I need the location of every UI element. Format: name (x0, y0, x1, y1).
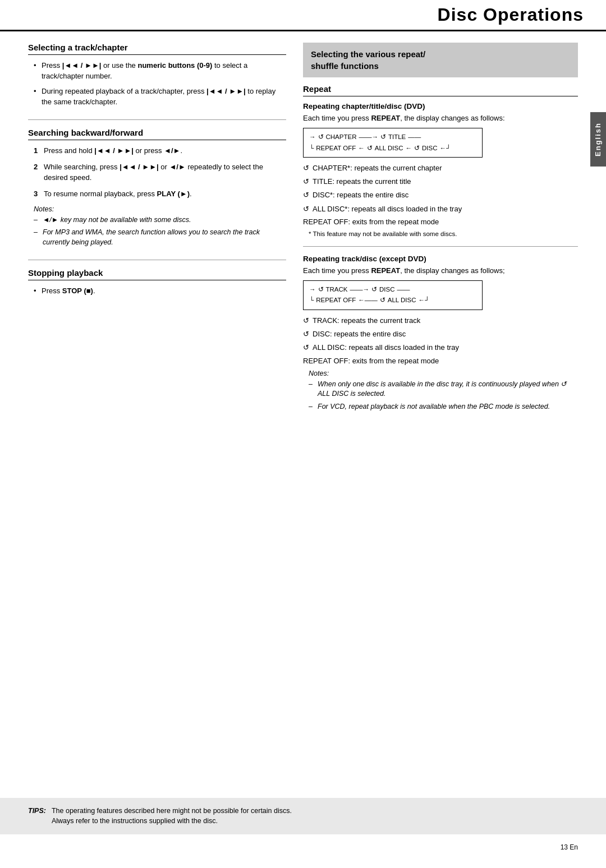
nondvd-row-bottom: └ REPEAT OFF ←—— ↺ ALL DISC ←┘ (309, 295, 476, 306)
repeat-icon-disc: ↺ (303, 190, 309, 200)
content-area: Selecting a track/chapter Press |◄◄ / ►►… (0, 31, 606, 435)
repeat-bullet-title: ↺ TITLE: repeats the current title (303, 177, 578, 187)
list-item: While searching, press |◄◄ / ►►| or ◄/► … (34, 162, 286, 183)
alldisc-text2: ALL DISC: repeats all discs loaded in th… (313, 343, 459, 353)
tips-bar: TIPS: The operating features described h… (0, 798, 606, 835)
disc-label2: DISC (379, 284, 394, 296)
arrow-right: → (309, 284, 316, 296)
tips-line2: Always refer to the instructions supplie… (52, 817, 218, 825)
right-column: Selecting the various repeat/ shuffle fu… (303, 43, 578, 424)
list-item: For MP3 and WMA, the search function all… (34, 228, 286, 247)
arrow-right: → (309, 132, 316, 143)
stopping-bullets: Press STOP (■). (28, 286, 286, 297)
section-selecting: Selecting a track/chapter Press |◄◄ / ►►… (28, 43, 286, 107)
tips-text: The operating features described here mi… (52, 806, 292, 827)
arrow-right2: ——→ (350, 284, 369, 296)
nondvd-bullet-disc: ↺ DISC: repeats the entire disc (303, 329, 578, 339)
list-item: Press STOP (■). (34, 286, 286, 297)
nondvd-bullet-track: ↺ TRACK: repeats the current track (303, 316, 578, 326)
dvd-subsection-title: Repeating chapter/title/disc (DVD) (303, 102, 578, 110)
track-label: TRACK (326, 284, 348, 296)
arrow-left2: ← (406, 143, 412, 154)
repeat-icon3: ↺ (367, 143, 373, 154)
list-item: ◄/► key may not be available with some d… (34, 215, 286, 225)
chapter-text: CHAPTER*: repeats the current chapter (313, 163, 442, 173)
repeat-icon-title: ↺ (303, 177, 309, 187)
repeat-bullet-alldisc: ↺ ALL DISC*: repeats all discs loaded in… (303, 204, 578, 214)
non-dvd-intro: Each time you press REPEAT, the display … (303, 266, 578, 275)
non-dvd-diagram: → ↺ TRACK ——→ ↺ DISC —— └ REPEAT OFF ←—— (303, 280, 483, 310)
repeat-notes-list: When only one disc is available in the d… (309, 380, 578, 412)
section-stopping-title: Stopping playback (28, 268, 286, 280)
repeat-off-label: REPEAT OFF (316, 143, 356, 154)
chapter-label: CHAPTER (326, 132, 357, 143)
repeat-icon4: ↺ (414, 143, 420, 154)
list-item: Press |◄◄ / ►►| or use the numeric butto… (34, 61, 286, 82)
disc-text2: DISC: repeats the entire disc (313, 329, 406, 339)
subsection-dvd: Repeating chapter/title/disc (DVD) Each … (303, 102, 578, 238)
page-number: 13 En (561, 843, 578, 851)
line-end: —— (408, 132, 421, 143)
page-container: Disc Operations English Selecting a trac… (0, 0, 606, 868)
repeat-off-nondvd: REPEAT OFF: exits from the repeat mode (303, 357, 578, 365)
repeat-off-dvd: REPEAT OFF: exits from the repeat mode (303, 218, 578, 226)
alldisc-text: ALL DISC*: repeats all discs loaded in t… (313, 204, 462, 214)
list-item: For VCD, repeat playback is not availabl… (309, 402, 578, 412)
list-item: Press and hold |◄◄ / ►►| or press ◄/►. (34, 146, 286, 156)
section-selecting-title: Selecting a track/chapter (28, 43, 286, 55)
disc-text: DISC*: repeats the entire disc (313, 190, 408, 200)
left-column: Selecting a track/chapter Press |◄◄ / ►►… (28, 43, 286, 424)
dvd-diagram: → ↺ CHAPTER ——→ ↺ TITLE —— └ REPEAT OFF … (303, 128, 483, 158)
section-searching: Searching backward/forward Press and hol… (28, 128, 286, 247)
repeat-title-line1: Selecting the various repeat/ (311, 49, 425, 59)
section-searching-title: Searching backward/forward (28, 128, 286, 140)
diagram-row-bottom: └ REPEAT OFF ← ↺ ALL DISC ← ↺ DISC ←┘ (309, 143, 476, 154)
repeat-bullet-disc: ↺ DISC*: repeats the entire disc (303, 190, 578, 200)
repeat-icon-alldisc2: ↺ (303, 343, 309, 353)
diagram-row-top: → ↺ CHAPTER ——→ ↺ TITLE —— (309, 132, 476, 143)
repeat-notes: Notes: When only one disc is available i… (303, 370, 578, 412)
track-text: TRACK: repeats the current track (313, 316, 420, 326)
divider (28, 260, 286, 260)
notes-section: Notes: ◄/► key may not be available with… (28, 205, 286, 248)
list-item: When only one disc is available in the d… (309, 380, 578, 399)
repeat-off-label2: REPEAT OFF (316, 295, 356, 306)
nondvd-row-top: → ↺ TRACK ——→ ↺ DISC —— (309, 284, 476, 296)
all-disc-label: ALL DISC (375, 143, 403, 154)
divider (28, 119, 286, 120)
repeat-section-title-box: Selecting the various repeat/ shuffle fu… (303, 43, 578, 77)
arrow-left1: ← (358, 143, 365, 154)
subsection-non-dvd: Repeating track/disc (except DVD) Each t… (303, 255, 578, 412)
line-end2: —— (397, 284, 410, 296)
repeat-bullet-chapter: ↺ CHAPTER*: repeats the current chapter (303, 163, 578, 173)
dvd-footnote: * This feature may not be available with… (303, 229, 578, 238)
all-disc-label2: ALL DISC (388, 295, 416, 306)
tips-line1: The operating features described here mi… (52, 807, 292, 815)
notes-list: ◄/► key may not be available with some d… (34, 215, 286, 248)
title-bar: Disc Operations (0, 0, 606, 31)
list-item: To resume normal playback, press PLAY (►… (34, 189, 286, 200)
repeat-icon2: ↺ (371, 284, 377, 296)
repeat-icon-chapter: ↺ (303, 163, 309, 173)
english-tab: English (590, 112, 606, 167)
divider2 (303, 246, 578, 247)
title-text: TITLE: repeats the current title (313, 177, 411, 187)
disc-label: DISC (422, 143, 437, 154)
arrow-right2: ——→ (359, 132, 378, 143)
repeat-icon: ↺ (318, 132, 324, 143)
tips-label: TIPS: (28, 806, 46, 827)
nondvd-bullet-alldisc: ↺ ALL DISC: repeats all discs loaded in … (303, 343, 578, 353)
selecting-bullets: Press |◄◄ / ►►| or use the numeric butto… (28, 61, 286, 107)
dvd-intro: Each time you press REPEAT, the display … (303, 114, 578, 122)
notes-title: Notes: (34, 205, 286, 213)
repeat-section: Repeat Repeating chapter/title/disc (DVD… (303, 84, 578, 412)
repeat-icon-alldisc: ↺ (303, 204, 309, 214)
searching-steps: Press and hold |◄◄ / ►►| or press ◄/►. W… (28, 146, 286, 199)
arrow-left5: ←┘ (419, 295, 430, 306)
title-label: TITLE (388, 132, 406, 143)
section-stopping: Stopping playback Press STOP (■). (28, 268, 286, 297)
list-item: During repeated playback of a track/chap… (34, 86, 286, 108)
repeat-icon-disc2: ↺ (303, 329, 309, 339)
repeat-icon2: ↺ (380, 132, 386, 143)
bottom-bracket: └ (309, 143, 314, 154)
